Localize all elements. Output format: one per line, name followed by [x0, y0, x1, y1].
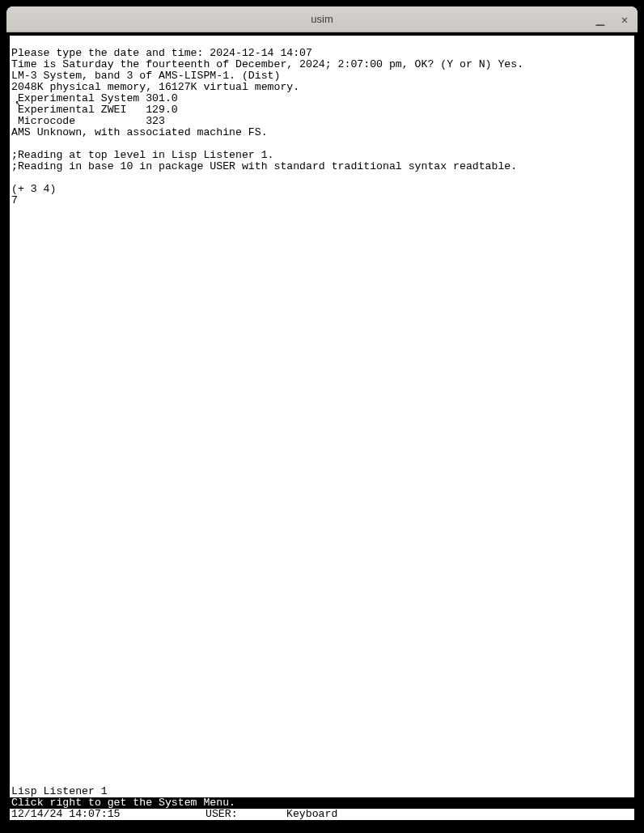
minimize-icon: _ — [596, 15, 605, 20]
wholine-label: Lisp Listener 1 — [10, 786, 634, 797]
bottom-border — [10, 820, 634, 822]
status-datetime: 12/14/24 14:07:15 — [11, 809, 205, 820]
terminal-line: Microcode 323 — [11, 115, 165, 127]
terminal-line: ;Reading in base 10 in package USER with… — [11, 160, 517, 172]
application-window: usim _ ✕ Please type the date and time: … — [6, 6, 638, 826]
terminal-line: 7 — [11, 194, 18, 206]
terminal-line: Please type the date and time: 2024-12-1… — [11, 47, 312, 59]
window-title: usim — [311, 13, 333, 25]
status-input-mode: Keyboard — [286, 809, 337, 820]
titlebar[interactable]: usim _ ✕ — [6, 6, 638, 32]
mouse-cursor-icon: ↖ — [15, 98, 20, 109]
terminal-line: LM-3 System, band 3 of AMS-LISPM-1. (Dis… — [11, 70, 280, 82]
terminal-line: Time is Saturday the fourteenth of Decem… — [11, 58, 523, 70]
system-menu-hint[interactable]: Click right to get the System Menu. — [10, 797, 634, 809]
close-icon: ✕ — [621, 13, 628, 26]
terminal-output[interactable]: Please type the date and time: 2024-12-1… — [10, 36, 634, 786]
terminal-line: AMS Unknown, with associated machine FS. — [11, 126, 268, 138]
terminal-line: Experimental ZWEI 129.0 — [11, 104, 178, 116]
terminal-frame: Please type the date and time: 2024-12-1… — [6, 32, 638, 826]
terminal-line: ;Reading at top level in Lisp Listener 1… — [11, 149, 273, 161]
terminal-line: 2048K physical memory, 16127K virtual me… — [11, 81, 299, 93]
status-line: 12/14/24 14:07:15 USER: Keyboard — [10, 809, 634, 820]
status-area: Lisp Listener 1 Click right to get the S… — [10, 786, 634, 822]
status-user-label: USER: — [205, 809, 286, 820]
terminal-line: Experimental System 301.0 — [11, 92, 178, 104]
terminal-line: (+ 3 4) — [11, 183, 56, 195]
minimize-button[interactable]: _ — [594, 13, 607, 26]
close-button[interactable]: ✕ — [618, 13, 631, 26]
window-controls: _ ✕ — [594, 6, 631, 32]
